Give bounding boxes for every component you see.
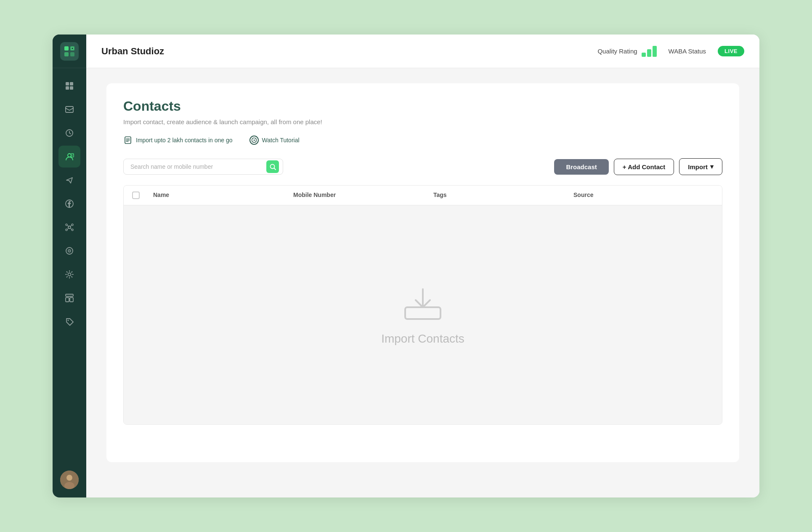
info-bar: Import upto 2 lakh contacts in one go Wa… bbox=[123, 136, 722, 145]
svg-rect-29 bbox=[70, 298, 73, 302]
bar-3 bbox=[653, 46, 657, 57]
play-icon bbox=[249, 136, 259, 145]
svg-rect-2 bbox=[64, 52, 69, 56]
table-body: Import Contacts bbox=[124, 205, 722, 424]
sidebar-item-analytics[interactable] bbox=[58, 240, 80, 262]
svg-point-17 bbox=[66, 229, 67, 231]
svg-rect-5 bbox=[66, 82, 69, 85]
svg-point-18 bbox=[72, 229, 73, 231]
sidebar-item-facebook[interactable] bbox=[58, 193, 80, 215]
select-all-cell bbox=[132, 192, 153, 199]
toolbar-right: Broadcast + Add Contact Import ▾ bbox=[554, 158, 722, 175]
page-title: Contacts bbox=[123, 98, 722, 114]
search-input[interactable] bbox=[123, 159, 283, 175]
header-title: Urban Studioz bbox=[101, 46, 597, 57]
svg-point-15 bbox=[66, 224, 67, 226]
sidebar-item-settings[interactable] bbox=[58, 263, 80, 285]
toolbar: Broadcast + Add Contact Import ▾ bbox=[123, 158, 722, 175]
broadcast-button[interactable]: Broadcast bbox=[554, 159, 608, 175]
watch-tutorial-text: Watch Tutorial bbox=[262, 137, 300, 144]
sidebar-item-tags[interactable] bbox=[58, 311, 80, 332]
sidebar-item-campaigns[interactable] bbox=[58, 169, 80, 191]
contacts-table: Name Mobile Number Tags Source bbox=[123, 185, 722, 425]
import-chevron-icon: ▾ bbox=[710, 163, 714, 170]
svg-rect-9 bbox=[66, 106, 73, 112]
column-tags: Tags bbox=[433, 192, 573, 199]
add-contact-button[interactable]: + Add Contact bbox=[614, 159, 674, 175]
svg-rect-0 bbox=[64, 46, 69, 51]
sidebar-item-contacts[interactable] bbox=[58, 146, 80, 168]
avatar-image bbox=[60, 471, 79, 489]
svg-point-32 bbox=[66, 475, 72, 481]
select-all-checkbox[interactable] bbox=[132, 192, 140, 199]
sidebar-item-integrations[interactable] bbox=[58, 216, 80, 238]
app-container: Urban Studioz Quality Rating WABA Status… bbox=[53, 35, 759, 497]
svg-line-21 bbox=[67, 228, 69, 229]
svg-line-19 bbox=[67, 225, 69, 226]
svg-point-25 bbox=[69, 250, 70, 251]
svg-point-11 bbox=[68, 154, 71, 157]
svg-rect-39 bbox=[405, 307, 440, 319]
waba-label: WABA Status bbox=[669, 48, 706, 55]
header: Urban Studioz Quality Rating WABA Status… bbox=[86, 35, 759, 68]
column-name: Name bbox=[153, 192, 293, 199]
svg-point-30 bbox=[68, 320, 69, 321]
page-subtitle: Import contact, create audience & launch… bbox=[123, 118, 722, 125]
svg-line-22 bbox=[70, 228, 72, 229]
header-right: Quality Rating WABA Status LIVE bbox=[597, 46, 744, 57]
table-header: Name Mobile Number Tags Source bbox=[124, 186, 722, 205]
sidebar-item-history[interactable] bbox=[58, 122, 80, 144]
sidebar-logo bbox=[53, 35, 86, 68]
import-info-item: Import upto 2 lakh contacts in one go bbox=[123, 136, 233, 145]
sidebar bbox=[53, 35, 86, 497]
quality-rating-label: Quality Rating bbox=[597, 48, 637, 55]
svg-marker-36 bbox=[254, 139, 255, 141]
empty-state-text: Import Contacts bbox=[381, 332, 464, 346]
sidebar-bottom bbox=[60, 471, 79, 497]
import-button[interactable]: Import ▾ bbox=[679, 158, 722, 175]
import-info-text: Import upto 2 lakh contacts in one go bbox=[136, 137, 233, 144]
svg-rect-3 bbox=[70, 52, 74, 56]
svg-rect-27 bbox=[66, 294, 73, 296]
svg-rect-7 bbox=[66, 86, 69, 90]
empty-state-icon bbox=[402, 284, 444, 322]
svg-rect-28 bbox=[66, 298, 69, 302]
svg-rect-12 bbox=[71, 154, 74, 157]
search-button[interactable] bbox=[266, 160, 279, 173]
sidebar-nav bbox=[53, 68, 86, 471]
bar-2 bbox=[647, 49, 651, 57]
quality-rating-bars bbox=[642, 46, 657, 57]
avatar[interactable] bbox=[60, 471, 79, 489]
watch-tutorial-item[interactable]: Watch Tutorial bbox=[249, 136, 300, 145]
file-icon bbox=[123, 136, 133, 145]
sidebar-item-widgets[interactable] bbox=[58, 287, 80, 309]
sidebar-item-dashboard[interactable] bbox=[58, 75, 80, 97]
svg-point-26 bbox=[68, 273, 71, 276]
logo-icon bbox=[60, 42, 79, 61]
svg-line-38 bbox=[274, 168, 276, 170]
main-area: Urban Studioz Quality Rating WABA Status… bbox=[86, 35, 759, 497]
svg-rect-6 bbox=[70, 82, 73, 85]
svg-point-16 bbox=[72, 224, 73, 226]
svg-line-20 bbox=[70, 225, 72, 226]
content-area: Contacts Import contact, create audience… bbox=[86, 68, 759, 497]
content-card: Contacts Import contact, create audience… bbox=[106, 83, 739, 462]
search-wrapper bbox=[123, 159, 283, 175]
bar-1 bbox=[642, 53, 646, 57]
column-source: Source bbox=[573, 192, 714, 199]
import-label: Import bbox=[688, 163, 708, 170]
sidebar-item-inbox[interactable] bbox=[58, 98, 80, 120]
quality-rating-section: Quality Rating bbox=[597, 46, 656, 57]
svg-rect-8 bbox=[70, 86, 73, 90]
column-mobile: Mobile Number bbox=[293, 192, 433, 199]
live-badge: LIVE bbox=[718, 46, 744, 56]
